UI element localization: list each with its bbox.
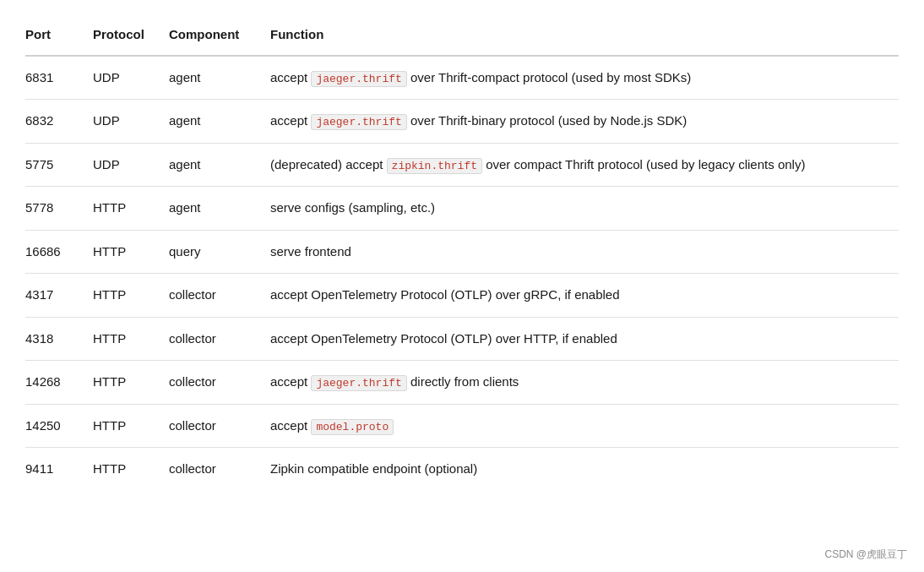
cell-protocol: HTTP <box>93 187 169 231</box>
col-header-function: Function <box>270 17 899 56</box>
table-row: 4317HTTPcollectoraccept OpenTelemetry Pr… <box>25 274 899 318</box>
cell-function: accept jaeger.thrift over Thrift-binary … <box>270 100 899 144</box>
inline-code: jaeger.thrift <box>311 71 406 87</box>
cell-component: collector <box>169 274 270 318</box>
inline-code: jaeger.thrift <box>311 114 406 130</box>
cell-protocol: UDP <box>93 143 169 187</box>
table-row: 16686HTTPqueryserve frontend <box>25 230 899 274</box>
table-row: 5775UDPagent(deprecated) accept zipkin.t… <box>25 143 899 187</box>
cell-component: collector <box>169 361 270 405</box>
page-container: Port Protocol Component Function 6831UDP… <box>0 0 924 572</box>
cell-port: 14250 <box>25 404 93 448</box>
cell-function: accept model.proto <box>270 404 899 448</box>
table-row: 14250HTTPcollectoraccept model.proto <box>25 404 899 448</box>
table-row: 4318HTTPcollectoraccept OpenTelemetry Pr… <box>25 317 899 361</box>
inline-code: jaeger.thrift <box>311 375 406 391</box>
cell-protocol: HTTP <box>93 448 169 491</box>
table-row: 6832UDPagentaccept jaeger.thrift over Th… <box>25 100 899 144</box>
cell-protocol: HTTP <box>93 274 169 318</box>
cell-port: 14268 <box>25 361 93 405</box>
col-header-port: Port <box>25 17 93 56</box>
ports-table: Port Protocol Component Function 6831UDP… <box>25 17 899 491</box>
cell-port: 4317 <box>25 274 93 318</box>
cell-function: serve frontend <box>270 230 899 274</box>
cell-component: agent <box>169 56 270 100</box>
cell-protocol: UDP <box>93 100 169 144</box>
cell-port: 6832 <box>25 100 93 144</box>
table-row: 14268HTTPcollectoraccept jaeger.thrift d… <box>25 361 899 405</box>
inline-code: zipkin.thrift <box>387 158 482 174</box>
cell-function: Zipkin compatible endpoint (optional) <box>270 448 899 491</box>
cell-function: accept OpenTelemetry Protocol (OTLP) ove… <box>270 317 899 361</box>
cell-component: agent <box>169 100 270 144</box>
table-header-row: Port Protocol Component Function <box>25 17 899 56</box>
watermark: CSDN @虎眼豆丁 <box>824 547 907 562</box>
table-row: 6831UDPagentaccept jaeger.thrift over Th… <box>25 56 899 100</box>
col-header-protocol: Protocol <box>93 17 169 56</box>
cell-port: 5775 <box>25 143 93 187</box>
cell-protocol: UDP <box>93 56 169 100</box>
cell-port: 16686 <box>25 230 93 274</box>
inline-code: model.proto <box>311 419 394 435</box>
table-row: 5778HTTPagentserve configs (sampling, et… <box>25 187 899 231</box>
cell-port: 9411 <box>25 448 93 491</box>
cell-function: (deprecated) accept zipkin.thrift over c… <box>270 143 899 187</box>
cell-port: 4318 <box>25 317 93 361</box>
cell-port: 5778 <box>25 187 93 231</box>
table-row: 9411HTTPcollectorZipkin compatible endpo… <box>25 448 899 491</box>
cell-function: serve configs (sampling, etc.) <box>270 187 899 231</box>
cell-function: accept jaeger.thrift over Thrift-compact… <box>270 56 899 100</box>
cell-port: 6831 <box>25 56 93 100</box>
cell-protocol: HTTP <box>93 317 169 361</box>
cell-component: collector <box>169 404 270 448</box>
cell-component: agent <box>169 143 270 187</box>
col-header-component: Component <box>169 17 270 56</box>
cell-function: accept jaeger.thrift directly from clien… <box>270 361 899 405</box>
cell-component: query <box>169 230 270 274</box>
cell-protocol: HTTP <box>93 404 169 448</box>
cell-protocol: HTTP <box>93 361 169 405</box>
cell-protocol: HTTP <box>93 230 169 274</box>
cell-component: collector <box>169 317 270 361</box>
cell-component: agent <box>169 187 270 231</box>
cell-function: accept OpenTelemetry Protocol (OTLP) ove… <box>270 274 899 318</box>
cell-component: collector <box>169 448 270 491</box>
